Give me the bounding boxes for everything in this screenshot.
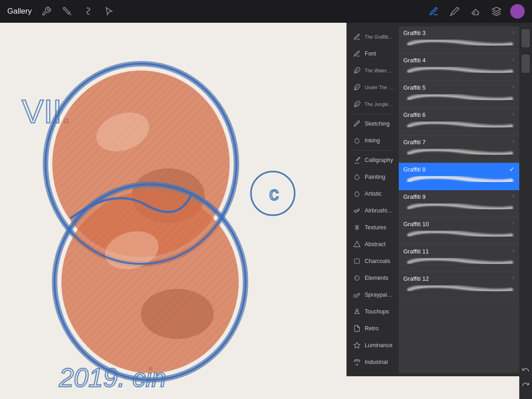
svg-line-2 [70, 14, 71, 15]
brush-item-graffiti8[interactable]: Graffiti 8✓ [399, 163, 519, 190]
sidebar-handle-mid[interactable] [522, 55, 530, 73]
category-item-jungle[interactable]: The Jungle: Brushes [348, 96, 397, 112]
undo-button[interactable] [520, 364, 531, 375]
category-item-watercolor-box[interactable]: The Watercolor Box:... [348, 62, 397, 79]
category-item-artistic[interactable]: Artistic [348, 186, 397, 202]
brush-name: Graffiti 10 [403, 221, 429, 227]
category-item-graffiti-box[interactable]: The Graffiti Box - Br... [348, 29, 397, 45]
feather-category-icon [353, 83, 361, 91]
category-label: Artistic [365, 191, 382, 197]
drop3-category-icon [353, 190, 361, 198]
category-item-industrial[interactable]: Industrial [348, 354, 397, 370]
brush-item-graffiti11[interactable]: Graffiti 11 [399, 245, 519, 272]
category-label: Spraypaints [365, 292, 393, 298]
brush-item-graffiti5[interactable]: Graffiti 5 [399, 81, 519, 108]
category-item-abstract[interactable]: Abstract [348, 236, 397, 253]
category-item-airbrushing[interactable]: Airbrushing [348, 202, 397, 219]
svg-point-18 [141, 289, 214, 339]
trophy-category-icon [353, 358, 361, 366]
circle-category-icon [353, 274, 361, 282]
brush-stroke-preview [403, 120, 515, 132]
smudge-icon[interactable] [81, 4, 95, 19]
brush-item-header: Graffiti 11 [403, 247, 515, 255]
category-label: Industrial [365, 359, 388, 365]
category-item-luminance[interactable]: Luminance [348, 337, 397, 354]
brush-checkmark [509, 138, 515, 146]
sidebar-handle-top[interactable] [522, 29, 530, 47]
category-item-charcoals[interactable]: Charcoals [348, 253, 397, 269]
eraser-tool-icon[interactable] [468, 4, 483, 19]
brush-item-graffiti12[interactable]: Graffiti 12 [399, 272, 519, 299]
cursor-icon[interactable] [102, 4, 116, 19]
category-item-textures[interactable]: Textures [348, 219, 397, 236]
brush-item-graffiti3[interactable]: Graffiti 3 [399, 26, 519, 54]
brush-checkmark [509, 275, 515, 282]
category-item-calligraphy[interactable]: Calligraphy [348, 152, 397, 168]
brush-tool-icon[interactable] [447, 4, 462, 19]
brush-item-graffiti6[interactable]: Graffiti 6 [399, 108, 519, 136]
svg-rect-32 [355, 259, 360, 264]
brush-item-graffiti9[interactable]: Graffiti 9 [399, 190, 519, 217]
category-item-font[interactable]: Font [348, 45, 397, 62]
category-label: Charcoals [365, 258, 390, 264]
toolbar: Gallery [0, 0, 532, 23]
wrench-icon[interactable] [39, 4, 54, 19]
gallery-button[interactable]: Gallery [7, 7, 32, 16]
brush-name: Graffiti 8 [403, 166, 426, 173]
brush-item-header: Graffiti 3 [403, 29, 515, 36]
category-label: Inking [365, 137, 380, 144]
brush-item-graffiti10[interactable]: Graffiti 10 [399, 217, 519, 245]
brush-stroke-preview [403, 283, 515, 296]
category-divider [351, 150, 394, 151]
brush-checkmark [509, 220, 515, 227]
pencil-category-icon [353, 120, 361, 128]
artwork-canvas: VII. 2019. cin c [0, 23, 332, 399]
pen-tool-icon[interactable] [427, 4, 441, 19]
brush-stroke-preview [403, 65, 515, 78]
brush-item-graffiti7[interactable]: Graffiti 7 [399, 136, 519, 163]
category-item-under-sea[interactable]: Under The Sea: Brus... [348, 79, 397, 96]
category-item-inking[interactable]: Inking [348, 132, 397, 149]
category-item-retro[interactable]: Retro [348, 320, 397, 337]
category-item-sketching[interactable]: Sketching [348, 116, 397, 132]
category-item-elements[interactable]: Elements [348, 270, 397, 286]
category-item-spraypaints[interactable]: Spraypaints [348, 287, 397, 303]
brush-stroke-preview [403, 174, 515, 187]
category-label: Textures [365, 224, 386, 231]
svg-rect-34 [354, 295, 357, 297]
brush-name: Graffiti 7 [403, 139, 426, 146]
category-label: Touchups [365, 308, 389, 315]
triangle-category-icon [353, 240, 361, 248]
magic-wand-icon[interactable] [60, 4, 75, 19]
brush-stroke-preview [403, 202, 515, 214]
svg-point-33 [355, 276, 360, 281]
pen-category-icon [353, 50, 361, 58]
drop2-category-icon [353, 173, 361, 181]
layers-tool-icon[interactable] [489, 4, 504, 19]
asterisk-category-icon [353, 223, 361, 232]
category-label: The Jungle: Brushes [365, 101, 393, 107]
brush-item-header: Graffiti 10 [403, 220, 515, 227]
brush-name: Graffiti 6 [403, 111, 426, 118]
svg-point-27 [358, 209, 360, 210]
brush-list: Graffiti 3 Graffiti 4 Graffiti 5 Graffit… [399, 26, 519, 373]
brush-library-body: The Graffiti Box - Br...FontThe Watercol… [346, 26, 519, 373]
category-item-touchups[interactable]: Touchups [348, 303, 397, 320]
brush-item-header: Graffiti 8✓ [403, 166, 515, 173]
pen2-category-icon [353, 156, 361, 164]
redo-button[interactable] [520, 379, 531, 390]
category-label: Retro [365, 325, 379, 332]
square-category-icon [353, 257, 361, 265]
svg-point-35 [358, 293, 360, 295]
brush-item-graffiti4[interactable]: Graffiti 4 [399, 54, 519, 81]
brush-name: Graffiti 9 [403, 193, 426, 200]
category-item-painting[interactable]: Painting [348, 169, 397, 185]
user-avatar[interactable] [510, 4, 525, 19]
svg-text:c: c [269, 183, 279, 204]
category-label: Sketching [365, 121, 390, 127]
category-item-organic[interactable]: Organic [348, 371, 397, 373]
right-sidebar [519, 0, 532, 399]
brush-stroke-preview [403, 229, 515, 242]
brush-stroke-preview [403, 92, 515, 105]
brush-name: Graffiti 4 [403, 57, 426, 64]
